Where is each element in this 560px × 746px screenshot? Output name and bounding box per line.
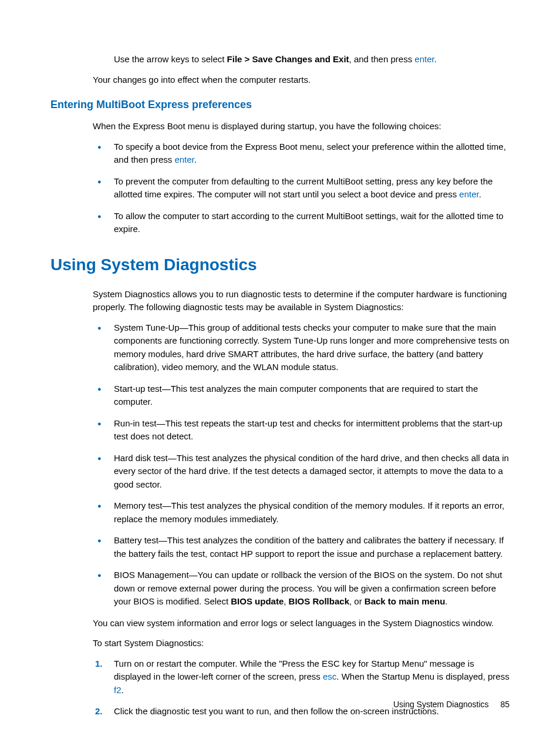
bold-text: Back to main menu [365,596,446,606]
key-enter: enter [174,154,194,164]
list-item: System Tune-Up—This group of additional … [93,321,510,374]
intro-line-1: Use the arrow keys to select File > Save… [114,53,510,66]
bold-text: BIOS Rollback [289,596,349,606]
text: . When the Startup Menu is displayed, pr… [336,671,509,681]
heading-system-diagnostics: Using System Diagnostics [50,253,510,277]
text: To prevent the computer from defaulting … [114,176,492,200]
list-item: Battery test—This test analyzes the cond… [93,534,510,560]
footer-title: Using System Diagnostics [393,700,489,709]
list-item: To specify a boot device from the Expres… [93,140,510,167]
section2-bullets: System Tune-Up—This group of additional … [93,321,510,609]
text: . [194,154,197,164]
list-item: To prevent the computer from defaulting … [93,175,510,201]
section2-intro: System Diagnostics allows you to run dia… [93,288,510,314]
list-item: Start-up test—This test analyzes the mai… [93,382,510,409]
key-esc: esc [323,671,336,681]
text: . [479,189,481,199]
bold-text: BIOS update [231,596,284,606]
text: , and then press [349,54,415,64]
text: , or [349,596,365,606]
intro-line-2: Your changes go into effect when the com… [93,73,510,87]
heading-multiboot-express: Entering MultiBoot Express preferences [50,97,510,113]
list-item: Turn on or restart the computer. While t… [93,657,510,697]
list-item: Memory test—This test analyzes the physi… [93,499,510,526]
key-enter: enter [414,54,434,64]
section2-para-start: To start System Diagnostics: [93,637,510,650]
key-f2: f2 [114,685,122,695]
list-item: Hard disk test—This test analyzes the ph… [93,452,510,492]
list-item: To allow the computer to start according… [93,210,510,236]
section2-para-info: You can view system information and erro… [93,617,510,630]
footer-page-number: 85 [500,700,510,709]
key-enter: enter [459,189,478,199]
text: To specify a boot device from the Expres… [114,142,506,165]
bold-text: File > Save Changes and Exit [227,54,349,64]
page-footer: Using System Diagnostics 85 [393,698,510,711]
text: . [122,685,124,695]
text: Use the arrow keys to select [114,54,227,64]
text: . [434,54,437,64]
section1-bullets: To specify a boot device from the Expres… [93,140,510,236]
list-item: Run-in test—This test repeats the start-… [93,417,510,443]
section1-intro: When the Express Boot menu is displayed … [93,120,510,133]
list-item: BIOS Management—You can update or rollba… [93,569,510,609]
text: , [284,596,288,606]
text: . [445,596,447,606]
